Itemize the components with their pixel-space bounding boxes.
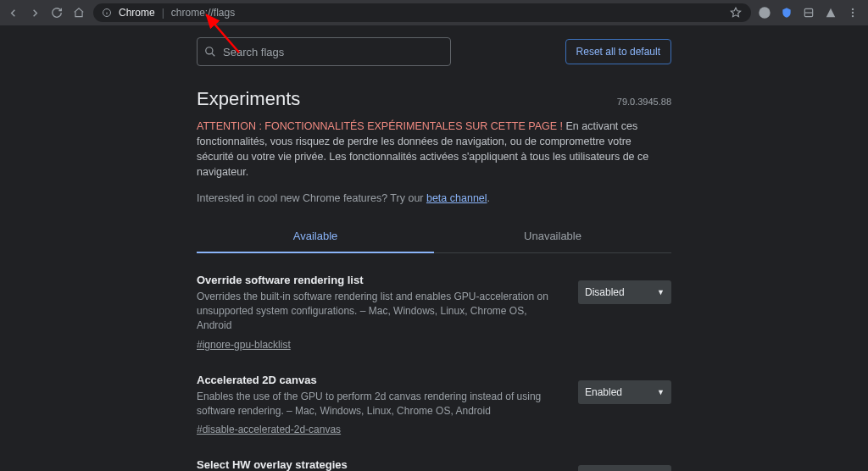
svg-point-7 <box>206 47 213 54</box>
extension-icon-3[interactable] <box>824 6 837 19</box>
tab-available[interactable]: Available <box>197 221 434 252</box>
flag-dropdown[interactable]: Default ▼ <box>578 465 671 471</box>
svg-point-1 <box>759 7 770 18</box>
profile-avatar-icon[interactable] <box>758 6 771 19</box>
flag-anchor-link[interactable]: #ignore-gpu-blacklist <box>197 339 291 351</box>
page-title: Experiments <box>197 88 300 110</box>
beta-prompt: Interested in cool new Chrome features? … <box>197 192 671 204</box>
chevron-down-icon: ▼ <box>657 388 665 396</box>
flag-description: Overrides the built-in software renderin… <box>197 290 563 334</box>
reset-all-button[interactable]: Reset all to default <box>565 39 671 64</box>
extension-icon[interactable] <box>780 6 793 19</box>
flag-dropdown-value: Enabled <box>585 386 622 398</box>
version-text: 79.0.3945.88 <box>617 97 671 107</box>
beta-prefix: Interested in cool new Chrome features? … <box>197 192 426 204</box>
extension-icon-2[interactable] <box>802 6 815 19</box>
search-box[interactable] <box>197 37 451 66</box>
address-bar[interactable]: Chrome | chrome://flags <box>93 3 751 22</box>
tabs: Available Unavailable <box>197 221 671 253</box>
flag-item: Override software rendering list Overrid… <box>197 274 671 352</box>
warning-text: ATTENTION : FONCTIONNALITÉS EXPÉRIMENTAL… <box>197 119 671 180</box>
svg-point-3 <box>852 8 854 10</box>
bookmark-star-icon[interactable] <box>729 6 743 19</box>
flag-title: Override software rendering list <box>197 274 563 286</box>
url-path: chrome://flags <box>171 7 235 19</box>
flag-title: Select HW overlay strategies <box>197 458 563 471</box>
url-label: Chrome <box>119 7 155 19</box>
flag-dropdown-value: Disabled <box>585 286 625 298</box>
flag-dropdown[interactable]: Enabled ▼ <box>578 380 671 404</box>
forward-button[interactable] <box>27 5 42 20</box>
url-divider: | <box>162 7 164 19</box>
back-button[interactable] <box>5 5 20 20</box>
tab-unavailable[interactable]: Unavailable <box>434 221 671 252</box>
flag-description: Enables the use of the GPU to perform 2d… <box>197 390 563 419</box>
svg-point-5 <box>852 15 854 17</box>
home-button[interactable] <box>71 5 86 20</box>
site-info-icon <box>102 8 112 18</box>
menu-icon[interactable] <box>846 6 860 19</box>
beta-suffix: . <box>487 192 490 204</box>
svg-point-4 <box>852 12 854 14</box>
flag-anchor-link[interactable]: #disable-accelerated-2d-canvas <box>197 424 341 435</box>
flag-item: Accelerated 2D canvas Enables the use of… <box>197 374 671 437</box>
page-content: Reset all to default Experiments 79.0.39… <box>0 25 868 471</box>
flag-title: Accelerated 2D canvas <box>197 374 563 386</box>
flag-item: Select HW overlay strategies Select stra… <box>197 458 671 471</box>
toolbar-right <box>758 6 863 19</box>
chevron-down-icon: ▼ <box>657 288 665 296</box>
search-icon <box>204 46 216 58</box>
reload-button[interactable] <box>49 5 64 20</box>
flag-dropdown[interactable]: Disabled ▼ <box>578 280 671 304</box>
flags-list: Override software rendering list Overrid… <box>197 253 671 472</box>
search-input[interactable] <box>223 46 443 58</box>
beta-channel-link[interactable]: beta channel <box>426 192 487 204</box>
browser-toolbar: Chrome | chrome://flags <box>0 0 868 25</box>
warning-lead: ATTENTION : FONCTIONNALITÉS EXPÉRIMENTAL… <box>197 120 563 132</box>
